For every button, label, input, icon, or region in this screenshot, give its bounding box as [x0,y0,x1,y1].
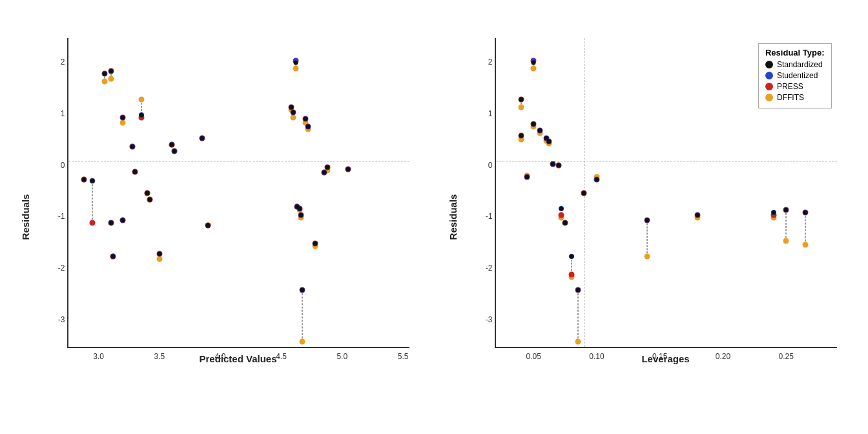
plot1-ytick-n1: -1 [58,212,65,221]
plot2-ytick-n2: -2 [486,264,493,273]
plot1-ytick-0: 0 [61,161,65,170]
dot-plot1-10 [139,113,143,118]
plot1-xtick-5: 5.0 [336,352,347,361]
dot-plot1-20 [294,60,298,65]
dot-plot2-20 [802,242,808,247]
dot-plot1-23 [298,213,303,218]
dot-plot1-14 [169,143,174,147]
dot-plot1-6 [120,119,126,125]
dot-plot1-2 [102,79,108,85]
dot-plot1-30 [346,167,351,171]
plot2-wrapper: Residuals 2 1 0 -1 -2 -3 0.05 0.10 0.15 … [459,38,837,397]
legend-item-standardized: Standardized [765,60,825,69]
dot-plot1-24 [299,338,305,344]
plot1-ytick-n3: -3 [58,315,65,324]
dot-plot1-1 [90,220,96,226]
plot1-wrapper: Residuals 2 1 0 -1 -2 -3 3.0 3.5 4.0 4.5… [32,38,409,397]
plot2-ytick-n1: -1 [486,212,493,221]
dot-plot2-11 [563,221,568,225]
plot2-ytick-1: 1 [488,109,493,118]
dot-plot1-15 [172,149,176,153]
main-container: Residuals 2 1 0 -1 -2 -3 3.0 3.5 4.0 4.5… [0,0,868,434]
plot2-area: 2 1 0 -1 -2 -3 0.05 0.10 0.15 0.20 0.25 … [495,38,837,348]
plot2-ytick-n3: -3 [486,315,493,324]
dot-plot2-0 [519,98,523,102]
dot-plot2-19 [784,208,789,212]
dot-plot1-8 [130,145,135,149]
plot1-xtick-4: 4.0 [215,352,226,361]
plot2-zeroline [496,161,837,161]
stem-plot2-20 [805,212,805,244]
plot2-container: Residuals 2 1 0 -1 -2 -3 0.05 0.10 0.15 … [434,6,862,428]
dot-plot2-0 [518,105,524,110]
dot-plot2-20 [803,211,807,215]
plot1-area: 2 1 0 -1 -2 -3 3.0 3.5 4.0 4.5 5.0 5.5 [67,38,409,348]
plot2-ytick-0: 0 [488,161,493,170]
dot-plot1-17 [206,223,211,228]
dot-plot2-2 [525,174,530,179]
dot-plot1-6 [121,115,125,119]
plot1-xtick-55: 5.5 [398,352,409,361]
dot-plot1-22 [297,207,302,211]
dot-plot1-11 [145,191,150,196]
dot-plot1-4 [108,221,113,225]
dot-plot2-8 [550,161,555,166]
dot-plot1-19 [291,114,296,120]
dot-plot2-14 [582,191,586,196]
dot-plot1-28 [322,170,326,175]
dot-plot2-12 [569,254,574,259]
legend-label-press: PRESS [777,82,803,91]
legend-item-press: PRESS [765,82,825,91]
dot-plot1-26 [305,124,310,129]
plot1-ytick-1: 1 [61,109,65,118]
dot-plot1-20 [293,66,299,72]
dot-plot2-13 [575,287,580,292]
legend-title: Residual Type: [765,48,825,57]
dot-plot1-0 [82,177,87,181]
legend-dot-standardized [765,61,773,68]
plot1-ytick-n2: -2 [58,264,65,273]
stem-plot1-24 [302,290,302,342]
stem-plot2-16 [647,220,648,256]
dot-plot1-1 [90,178,95,183]
legend-dot-studentized [765,72,773,79]
dot-plot2-3 [531,66,537,72]
dot-plot2-1 [519,133,523,138]
dot-plot2-13 [575,338,581,344]
dot-plot1-10 [138,97,144,103]
plot1-xtick-45: 4.5 [276,352,287,361]
dot-plot2-16 [645,218,650,223]
plot1-y-label: Residuals [19,194,30,240]
dot-plot1-19 [291,110,296,115]
plot2-xtick-015: 0.15 [652,352,667,361]
dot-plot1-7 [121,218,125,223]
dot-plot2-16 [645,254,650,260]
legend-label-dffits: DFFITS [777,93,804,102]
dot-plot1-13 [156,256,162,262]
dot-plot2-18 [771,211,776,215]
dot-plot2-4 [532,122,536,127]
dot-plot1-2 [103,72,107,76]
dot-plot1-3 [108,76,114,82]
dot-plot2-7 [546,140,551,144]
legend-item-studentized: Studentized [765,71,825,80]
legend: Residual Type: Standardized Studentized … [758,43,832,108]
dot-plot2-5 [537,128,542,132]
dot-plot1-27 [313,242,318,246]
dot-plot1-9 [133,169,138,174]
dot-plot1-29 [326,165,330,170]
dot-plot1-18 [289,105,293,110]
dot-plot1-3 [108,69,113,74]
dot-plot1-13 [157,252,161,256]
plot2-xtick-025: 0.25 [779,352,794,361]
stem-plot2-13 [577,290,578,342]
legend-dot-dffits [765,94,773,101]
dot-plot2-3 [532,60,536,65]
dot-plot1-24 [300,287,304,292]
plot2-xtick-005: 0.05 [526,352,541,361]
dot-plot2-17 [696,213,700,218]
plot1-xtick-35: 3.5 [154,352,165,361]
dot-plot2-9 [557,163,561,168]
dot-plot2-12 [568,271,574,277]
dot-plot2-15 [594,177,599,181]
